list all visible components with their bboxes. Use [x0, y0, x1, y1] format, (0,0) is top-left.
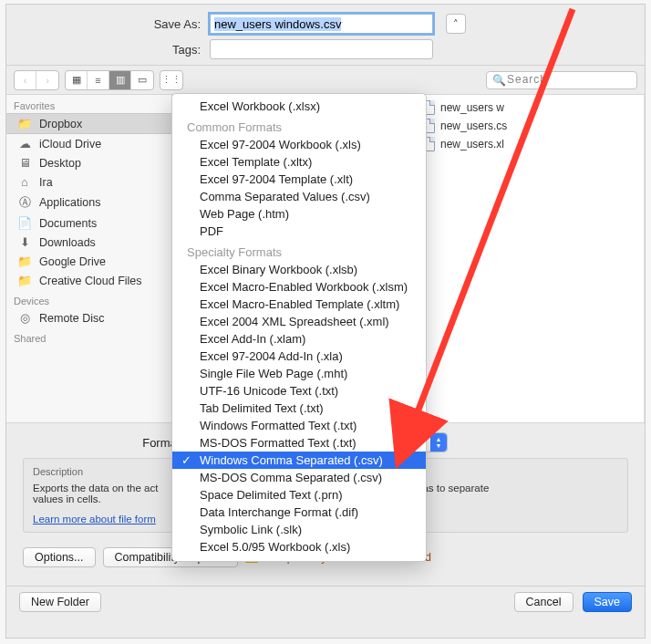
- nav-forward-button[interactable]: ›: [36, 71, 58, 89]
- arrange-button[interactable]: ⋮⋮: [160, 70, 183, 90]
- dropbox-icon: 📁: [17, 117, 32, 130]
- desktop-icon: 🖥: [17, 156, 32, 170]
- format-option[interactable]: UTF-16 Unicode Text (.txt): [172, 382, 426, 400]
- format-option[interactable]: Symbolic Link (.slk): [172, 521, 426, 538]
- sidebar-item-label: Applications: [39, 196, 100, 209]
- file-name: new_users.cs: [440, 119, 507, 132]
- view-columns-button[interactable]: ▥: [109, 71, 131, 89]
- nav-back-forward: ‹ ›: [14, 70, 59, 90]
- sidebar-item-ccfiles[interactable]: 📁Creative Cloud Files: [6, 271, 171, 290]
- format-option[interactable]: Excel Binary Workbook (.xlsb): [172, 261, 426, 278]
- format-option[interactable]: Excel Add-In (.xlam): [172, 330, 426, 348]
- sidebar-item-remotedisc[interactable]: ◎Remote Disc: [6, 308, 171, 327]
- search-field[interactable]: 🔍 Search: [486, 71, 637, 89]
- saveas-input[interactable]: [210, 14, 433, 34]
- documents-icon: 📄: [17, 216, 32, 230]
- sidebar-heading: Favorites: [6, 95, 171, 113]
- column-2[interactable]: new_users wnew_users.csnew_users.xl: [415, 95, 645, 422]
- format-option[interactable]: Excel 97-2004 Template (.xlt): [172, 171, 426, 188]
- chevron-left-icon: ‹: [24, 75, 27, 86]
- file-item[interactable]: new_users.cs: [415, 117, 644, 135]
- sidebar-item-applications[interactable]: ⒶApplications: [6, 192, 171, 213]
- search-placeholder: Search: [507, 73, 547, 86]
- view-icons-button[interactable]: ▦: [66, 71, 88, 89]
- format-group-heading: Specialty Formats: [172, 240, 426, 261]
- coverflow-icon: ▭: [138, 74, 147, 86]
- format-option[interactable]: Excel 97-2004 Workbook (.xls): [172, 136, 426, 153]
- cancel-button[interactable]: Cancel: [514, 592, 574, 612]
- format-option[interactable]: Excel Macro-Enabled Template (.xltm): [172, 296, 426, 313]
- bottom-bar: New Folder Cancel Save: [6, 587, 645, 621]
- format-option[interactable]: Data Interchange Format (.dif): [172, 504, 426, 521]
- sidebar-item-label: Downloads: [39, 236, 96, 249]
- ccfiles-icon: 📁: [17, 274, 32, 287]
- format-option[interactable]: Excel 2004 XML Spreadsheet (.xml): [172, 313, 426, 330]
- columns-icon: ▥: [116, 74, 125, 86]
- file-name: new_users w: [440, 101, 504, 114]
- sidebar-item-label: Ira: [39, 176, 53, 189]
- downloads-icon: ⬇: [17, 235, 32, 249]
- nav-back-button[interactable]: ‹: [15, 71, 36, 89]
- sidebar-item-label: Remote Disc: [39, 312, 105, 325]
- sidebar-heading: Devices: [6, 290, 171, 308]
- list-icon: ≡: [95, 75, 100, 86]
- format-dropdown: Excel Workbook (.xlsx)Common FormatsExce…: [171, 93, 427, 562]
- file-item[interactable]: new_users.xl: [415, 135, 644, 153]
- search-icon: 🔍: [492, 74, 506, 87]
- format-option[interactable]: MS-DOS Comma Separated (.csv): [172, 469, 426, 486]
- sidebar-item-icloud[interactable]: ☁iCloud Drive: [6, 134, 171, 153]
- view-mode-segment: ▦ ≡ ▥ ▭: [65, 70, 154, 90]
- sidebar-item-desktop[interactable]: 🖥Desktop: [6, 153, 171, 172]
- format-option[interactable]: Excel 5.0/95 Workbook (.xls): [172, 538, 426, 556]
- format-option[interactable]: Windows Formatted Text (.txt): [172, 417, 426, 434]
- home-icon: ⌂: [17, 175, 32, 189]
- format-option[interactable]: Single File Web Page (.mht): [172, 365, 426, 382]
- sidebar-item-label: iCloud Drive: [39, 138, 101, 151]
- sidebar-item-label: Desktop: [39, 157, 81, 170]
- new-folder-button[interactable]: New Folder: [19, 592, 101, 612]
- icloud-icon: ☁: [17, 137, 32, 151]
- format-option[interactable]: Windows Comma Separated (.csv): [172, 452, 426, 469]
- tags-input[interactable]: [210, 39, 433, 59]
- sidebar-item-documents[interactable]: 📄Documents: [6, 213, 171, 233]
- browser-toolbar: ‹ › ▦ ≡ ▥ ▭ ⋮⋮ 🔍 Search: [6, 66, 645, 95]
- collapse-stepper-button[interactable]: ˄: [446, 14, 466, 34]
- format-option[interactable]: Excel Macro-Enabled Workbook (.xlsm): [172, 278, 426, 296]
- format-option[interactable]: MS-DOS Formatted Text (.txt): [172, 434, 426, 452]
- remotedisc-icon: ◎: [17, 311, 32, 325]
- applications-icon: Ⓐ: [17, 194, 32, 211]
- file-item[interactable]: new_users w: [415, 99, 644, 117]
- format-option[interactable]: Tab Delimited Text (.txt): [172, 400, 426, 417]
- format-option[interactable]: PDF: [172, 223, 426, 240]
- grid-icon: ▦: [72, 74, 81, 86]
- saveas-row: Save As: ˄: [6, 14, 645, 34]
- chevron-right-icon: ›: [46, 75, 49, 86]
- format-option[interactable]: Web Page (.htm): [172, 205, 426, 223]
- sidebar-item-downloads[interactable]: ⬇Downloads: [6, 233, 171, 252]
- chevron-up-icon: ˄: [453, 18, 459, 30]
- format-option[interactable]: Excel 97-2004 Add-In (.xla): [172, 348, 426, 365]
- sidebar-item-label: Documents: [39, 217, 97, 230]
- sidebar-item-dropbox[interactable]: 📁Dropbox: [6, 113, 171, 134]
- save-button[interactable]: Save: [583, 592, 633, 612]
- file-name: new_users.xl: [440, 138, 504, 151]
- view-coverflow-button[interactable]: ▭: [131, 71, 153, 89]
- sidebar-heading: Shared: [6, 327, 171, 346]
- options-button[interactable]: Options...: [23, 547, 96, 567]
- googledrive-icon: 📁: [17, 254, 32, 268]
- view-list-button[interactable]: ≡: [88, 71, 109, 89]
- learn-more-link[interactable]: Learn more about file form: [33, 514, 156, 525]
- saveas-label: Save As:: [6, 17, 210, 31]
- format-option[interactable]: Excel Workbook (.xlsx): [172, 98, 426, 115]
- sidebar-item-label: Dropbox: [39, 118, 82, 130]
- select-caps-icon: ▲▼: [430, 433, 447, 452]
- format-option[interactable]: Comma Separated Values (.csv): [172, 188, 426, 205]
- format-option[interactable]: Excel Template (.xltx): [172, 153, 426, 171]
- sidebar-item-home[interactable]: ⌂Ira: [6, 172, 171, 192]
- sidebar-item-label: Creative Cloud Files: [39, 275, 142, 287]
- format-option[interactable]: Space Delimited Text (.prn): [172, 486, 426, 504]
- sidebar-item-googledrive[interactable]: 📁Google Drive: [6, 252, 171, 271]
- sidebar-item-label: Google Drive: [39, 255, 106, 268]
- format-label: Format:: [23, 436, 192, 450]
- sidebar: Favorites📁Dropbox☁iCloud Drive🖥Desktop⌂I…: [6, 95, 172, 422]
